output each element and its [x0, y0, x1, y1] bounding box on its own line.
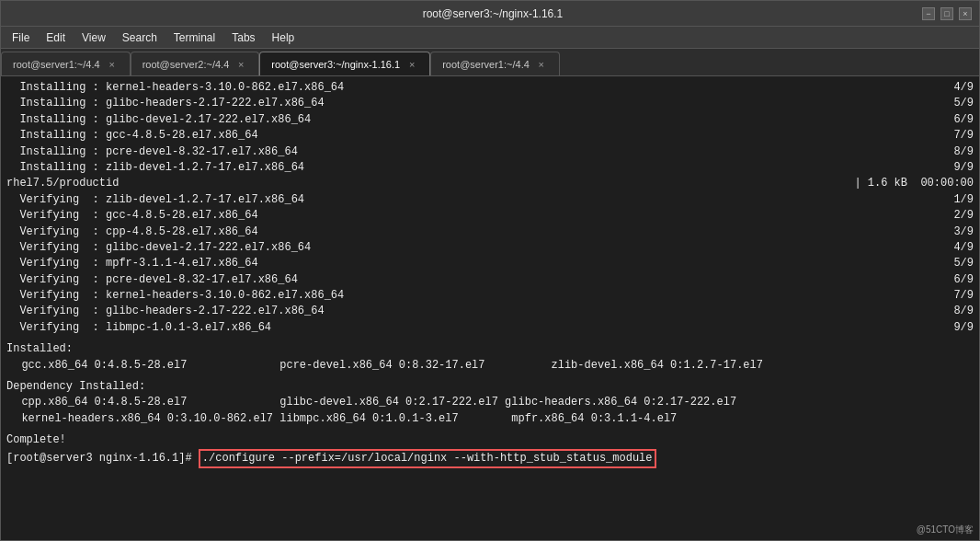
menu-file[interactable]: File: [5, 29, 37, 46]
terminal-line: gcc.x86_64 0:4.8.5-28.el7 pcre-devel.x86…: [6, 358, 974, 374]
minimize-button[interactable]: −: [922, 7, 935, 20]
terminal-line: Verifying : zlib-devel-1.2.7-17.el7.x86_…: [6, 192, 974, 208]
terminal-line: Installing : glibc-devel-2.17-222.el7.x8…: [6, 112, 974, 128]
terminal-line: Verifying : glibc-headers-2.17-222.el7.x…: [6, 304, 974, 319]
terminal-line: Installing : zlib-devel-1.2.7-17.el7.x86…: [6, 160, 974, 176]
terminal-line: Verifying : cpp-4.8.5-28.el7.x86_643/9: [6, 224, 974, 240]
terminal-line: cpp.x86_64 0:4.8.5-28.el7 glibc-devel.x8…: [6, 395, 974, 410]
menu-edit[interactable]: Edit: [39, 29, 73, 46]
tab-label-2: root@server3:~/nginx-1.16.1: [271, 59, 400, 70]
terminal-line: Installing : pcre-devel-8.32-17.el7.x86_…: [6, 144, 974, 160]
terminal-line: Dependency Installed:: [6, 379, 974, 395]
terminal-line: [root@server3 nginx-1.16.1]# ./configure…: [6, 449, 974, 468]
tab-2[interactable]: root@server3:~/nginx-1.16.1 ×: [259, 52, 430, 75]
tab-close-3[interactable]: ×: [535, 58, 548, 71]
window-title: root@server3:~/nginx-1.16.1: [63, 7, 922, 20]
terminal-line: Installing : gcc-4.8.5-28.el7.x86_647/9: [6, 128, 974, 144]
title-bar: root@server3:~/nginx-1.16.1 − □ ×: [1, 1, 979, 27]
watermark: @51CTO博客: [917, 524, 974, 537]
tab-close-2[interactable]: ×: [405, 58, 418, 71]
tab-close-0[interactable]: ×: [106, 58, 119, 71]
tab-1[interactable]: root@server2:~/4.4 ×: [131, 52, 260, 75]
menu-terminal[interactable]: Terminal: [166, 29, 222, 46]
terminal-line: Installing : kernel-headers-3.10.0-862.e…: [6, 80, 974, 96]
tab-bar: root@server1:~/4.4 × root@server2:~/4.4 …: [1, 49, 979, 76]
terminal-line: Installed:: [6, 341, 974, 357]
terminal-line: Installing : glibc-headers-2.17-222.el7.…: [6, 96, 974, 111]
menu-help[interactable]: Help: [265, 29, 302, 46]
terminal-line: Verifying : pcre-devel-8.32-17.el7.x86_6…: [6, 272, 974, 288]
terminal-line: Verifying : glibc-devel-2.17-222.el7.x86…: [6, 240, 974, 256]
main-window: root@server3:~/nginx-1.16.1 − □ × File E…: [0, 0, 980, 541]
menu-tabs[interactable]: Tabs: [224, 29, 262, 46]
menu-search[interactable]: Search: [115, 29, 165, 46]
maximize-button[interactable]: □: [940, 7, 953, 20]
window-controls: − □ ×: [922, 7, 972, 20]
close-button[interactable]: ×: [959, 7, 972, 20]
tab-close-1[interactable]: ×: [234, 58, 247, 71]
command-input[interactable]: ./configure --prefix=/usr/local/nginx --…: [199, 449, 656, 468]
tab-label-1: root@server2:~/4.4: [142, 59, 230, 70]
menu-view[interactable]: View: [74, 29, 113, 46]
terminal-line: Verifying : kernel-headers-3.10.0-862.el…: [6, 288, 974, 304]
tab-label-0: root@server1:~/4.4: [13, 59, 100, 70]
terminal-line: Complete!: [6, 432, 974, 448]
tab-0[interactable]: root@server1:~/4.4 ×: [1, 52, 131, 75]
tab-label-3: root@server1:~/4.4: [442, 59, 530, 70]
menu-bar: File Edit View Search Terminal Tabs Help: [1, 27, 979, 49]
terminal-line: Verifying : libmpc-1.0.1-3.el7.x86_649/9: [6, 320, 974, 336]
terminal-line: Verifying : mpfr-3.1.1-4.el7.x86_645/9: [6, 256, 974, 271]
terminal-line: rhel7.5/productid| 1.6 kB 00:00:00: [6, 176, 974, 191]
terminal-line: kernel-headers.x86_64 0:3.10.0-862.el7 l…: [6, 411, 974, 427]
terminal-line: Verifying : gcc-4.8.5-28.el7.x86_642/9: [6, 208, 974, 224]
terminal-output[interactable]: Installing : kernel-headers-3.10.0-862.e…: [1, 76, 979, 540]
tab-3[interactable]: root@server1:~/4.4 ×: [430, 52, 560, 75]
